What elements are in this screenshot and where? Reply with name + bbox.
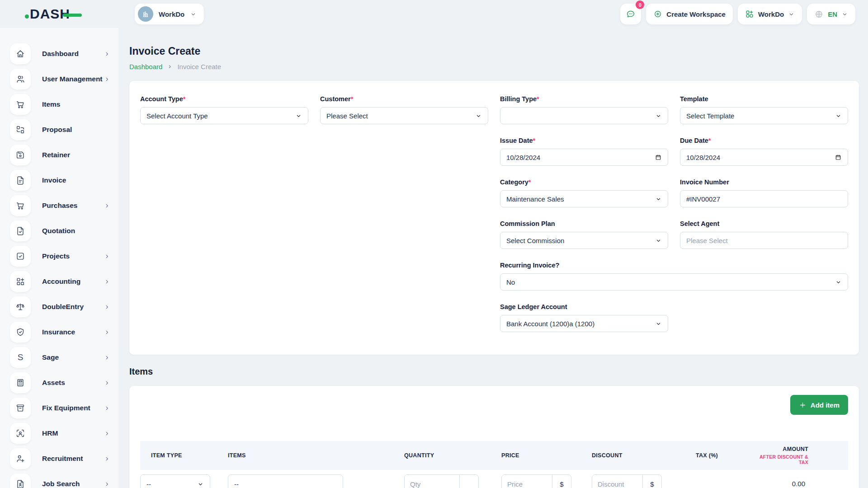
- globe-icon: [814, 9, 824, 19]
- breadcrumb: Dashboard Invoice Create: [129, 62, 859, 71]
- account-type-label: Account Type*: [140, 95, 308, 103]
- sidebar-item-job-search[interactable]: Job Search: [10, 474, 110, 488]
- issue-date-field: Issue Date* 10/28/2024: [500, 137, 668, 167]
- template-field: Template Select Template: [680, 95, 848, 125]
- due-date-input[interactable]: 10/28/2024: [680, 149, 848, 166]
- billing-type-select[interactable]: [500, 107, 668, 124]
- price-input[interactable]: [502, 475, 552, 488]
- discount-cell: $: [581, 474, 685, 488]
- sidebar-item-invoice[interactable]: Invoice: [10, 170, 110, 191]
- chevron-right-icon: [104, 253, 110, 260]
- invoice-number-input[interactable]: [680, 190, 848, 207]
- account-type-select[interactable]: Select Account Type: [140, 107, 308, 124]
- sidebar-item-items[interactable]: Items: [10, 94, 110, 115]
- category-field: Category* Maintenance Sales: [500, 178, 668, 208]
- due-date-field: Due Date* 10/28/2024: [680, 137, 848, 167]
- breadcrumb-current: Invoice Create: [177, 63, 221, 70]
- sidebar-item-accounting[interactable]: Accounting: [10, 271, 110, 292]
- discount-input[interactable]: [592, 475, 642, 488]
- category-label: Category*: [500, 178, 668, 186]
- breadcrumb-dashboard-link[interactable]: Dashboard: [129, 63, 162, 70]
- customer-label: Customer*: [320, 95, 488, 103]
- commission-plan-label: Commission Plan: [500, 220, 668, 227]
- sidebar-item-retainer[interactable]: Retainer: [10, 145, 110, 165]
- sidebar-item-doubleentry[interactable]: DoubleEntry: [10, 296, 110, 317]
- discount-currency-suffix: $: [642, 475, 661, 488]
- transform-icon: [10, 119, 31, 140]
- chevron-right-icon: [104, 304, 110, 310]
- chevron-down-icon: [295, 113, 302, 119]
- sidebar-item-dashboard[interactable]: Dashboard: [10, 43, 110, 64]
- sidebar-item-label: Retainer: [42, 151, 110, 159]
- quantity-stepper[interactable]: [459, 475, 478, 488]
- chevron-right-icon: [104, 278, 110, 285]
- messages-button[interactable]: 0: [620, 4, 641, 24]
- sidebar-item-label: Projects: [42, 252, 104, 260]
- chevron-right-icon: [104, 430, 110, 437]
- amount-value: 0.00: [753, 474, 848, 488]
- sidebar-item-user-management[interactable]: User Management: [10, 69, 110, 89]
- sidebar-item-projects[interactable]: Projects: [10, 246, 110, 267]
- chevron-right-icon: [104, 405, 110, 412]
- item-type-select[interactable]: --: [140, 474, 210, 488]
- sidebar-item-assets[interactable]: Assets: [10, 372, 110, 393]
- calculator-icon: [10, 372, 31, 393]
- workspace-selector[interactable]: WorkDo: [135, 4, 204, 24]
- due-date-label: Due Date*: [680, 137, 848, 144]
- user-scan-icon: [10, 423, 31, 444]
- sidebar-item-hrm[interactable]: HRM: [10, 423, 110, 444]
- sidebar-item-purchases[interactable]: Purchases: [10, 195, 110, 216]
- sidebar-item-label: Job Search: [42, 480, 104, 488]
- template-select[interactable]: Select Template: [680, 107, 848, 124]
- language-selector[interactable]: EN: [807, 4, 855, 24]
- chevron-down-icon: [835, 113, 842, 119]
- recurring-invoice-field: Recurring Invoice? No: [500, 262, 848, 291]
- chevron-down-icon: [655, 113, 662, 119]
- sidebar-item-label: Sage: [42, 353, 104, 361]
- customer-field: Customer* Please Select: [320, 95, 488, 125]
- sidebar: Dashboard User Management Items Proposal…: [0, 28, 118, 488]
- sidebar-item-sage[interactable]: S Sage: [10, 347, 110, 368]
- app-logo[interactable]: DASH: [25, 6, 99, 22]
- chevron-down-icon: [835, 279, 842, 286]
- sidebar-item-quotation[interactable]: Quotation: [10, 221, 110, 241]
- col-amount: AMOUNT AFTER DISCOUNT & TAX: [753, 446, 848, 465]
- billing-type-field: Billing Type*: [500, 95, 668, 125]
- price-group: $: [501, 474, 571, 488]
- recurring-invoice-select[interactable]: No: [500, 273, 848, 291]
- sage-ledger-account-select[interactable]: Bank Account (1200)a (1200): [500, 315, 668, 332]
- add-item-button[interactable]: Add item: [790, 395, 848, 415]
- user-plus-icon: [10, 448, 31, 469]
- chevron-right-icon: [104, 481, 110, 488]
- create-workspace-button[interactable]: Create Workspace: [646, 4, 733, 24]
- item-name-input[interactable]: [228, 474, 343, 488]
- chevron-right-icon: [104, 51, 110, 57]
- category-select[interactable]: Maintenance Sales: [500, 190, 668, 207]
- app-menu-button[interactable]: WorkDo: [738, 4, 802, 24]
- sidebar-item-label: Fix Equipment: [42, 404, 104, 412]
- sidebar-item-label: Dashboard: [42, 50, 104, 58]
- select-agent-label: Select Agent: [680, 220, 848, 227]
- logo-dot: [25, 14, 29, 19]
- quantity-input[interactable]: [405, 475, 459, 488]
- sidebar-item-insurance[interactable]: Insurance: [10, 322, 110, 343]
- chevron-down-icon: [197, 481, 204, 488]
- sidebar-item-fix-equipment[interactable]: Fix Equipment: [10, 398, 110, 418]
- sidebar-item-proposal[interactable]: Proposal: [10, 119, 110, 140]
- issue-date-input[interactable]: 10/28/2024: [500, 149, 668, 166]
- add-item-label: Add item: [811, 401, 840, 409]
- amount-header-label: AMOUNT: [783, 446, 808, 452]
- commission-plan-select[interactable]: Select Commission: [500, 232, 668, 249]
- sidebar-item-recruitment[interactable]: Recruitment: [10, 448, 110, 469]
- quantity-cell: [393, 474, 491, 488]
- sidebar-item-label: Purchases: [42, 202, 104, 210]
- select-agent-input[interactable]: [680, 232, 848, 249]
- item-type-cell: --: [140, 474, 217, 488]
- items-section-heading: Items: [129, 366, 859, 377]
- invoice-number-field: Invoice Number: [680, 178, 848, 208]
- cart-icon: [10, 94, 31, 115]
- logo-dash-bar: [63, 14, 82, 17]
- sidebar-item-label: Invoice: [42, 176, 110, 184]
- customer-select[interactable]: Please Select: [320, 107, 488, 124]
- items-table-header: ITEM TYPE ITEMS QUANTITY PRICE DISCOUNT …: [140, 441, 848, 470]
